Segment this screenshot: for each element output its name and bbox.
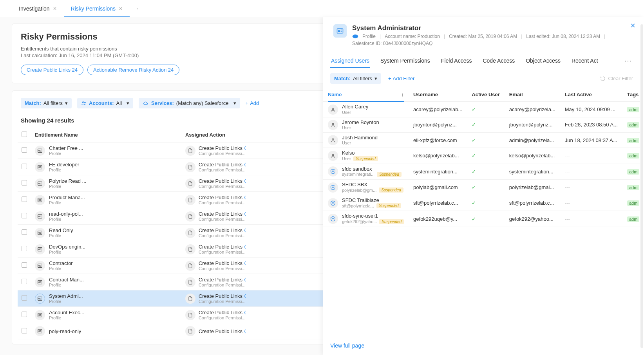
tab-code-access[interactable]: Code Access	[482, 54, 516, 68]
user-row[interactable]: Jerome BoyntonUser jboynton@polyriz...✓j…	[323, 117, 640, 132]
col-entitlement[interactable]: Entitlement Name	[31, 128, 181, 142]
row-checkbox[interactable]	[22, 147, 27, 153]
profile-icon	[333, 24, 347, 38]
user-active: ✓	[467, 164, 505, 179]
svg-point-37	[245, 212, 246, 216]
user-icon	[328, 120, 338, 130]
entitlement-name: read-only-pol...	[49, 211, 83, 217]
user-email: sft@polyrrizelab.c...	[505, 195, 560, 211]
info-icon[interactable]	[244, 261, 246, 266]
tab-risky-permissions[interactable]: Risky Permissions ✕	[64, 0, 130, 17]
panel-filter-match[interactable]: Match: All filters ▾	[330, 73, 381, 84]
user-tag: adm	[622, 195, 640, 211]
info-icon[interactable]	[244, 310, 246, 315]
entitlement-icon	[35, 228, 45, 238]
row-checkbox[interactable]	[22, 180, 27, 186]
col-active[interactable]: Active User	[467, 88, 505, 102]
action-name: Create Public Links	[199, 178, 246, 184]
add-filter-button[interactable]: + Add	[246, 100, 259, 106]
entitlement-name: Polyrize Read ...	[49, 178, 86, 184]
filter-services[interactable]: Services: (Match any) Salesforce ▾	[139, 98, 240, 108]
user-row[interactable]: SFDC SBXpolyrizelab@gm... Suspendedpolyl…	[323, 179, 640, 195]
row-checkbox[interactable]	[22, 262, 27, 268]
chip-actionable-remove[interactable]: Actionable Remove Risky Action 24	[87, 65, 179, 75]
chevron-down-icon: ▾	[127, 100, 129, 106]
row-checkbox[interactable]	[22, 164, 27, 169]
row-checkbox[interactable]	[22, 328, 27, 333]
tab-recent-activity[interactable]: Recent Act	[571, 54, 599, 68]
col-tags[interactable]: Tags	[622, 88, 640, 102]
tab-overflow-button[interactable]: ⋯	[623, 52, 633, 69]
info-icon[interactable]	[244, 162, 246, 167]
tab-investigation[interactable]: Investigation ✕	[12, 0, 64, 17]
user-name: Allen Carey	[342, 104, 368, 110]
admin-tag: adm	[627, 200, 639, 206]
info-icon[interactable]	[244, 146, 246, 151]
user-icon	[328, 135, 338, 145]
svg-point-94	[332, 108, 334, 110]
svg-point-48	[39, 249, 40, 250]
close-panel-button[interactable]: ✕	[630, 22, 635, 29]
info-icon[interactable]	[244, 244, 246, 249]
info-icon[interactable]	[244, 329, 246, 334]
col-username[interactable]: Username	[409, 88, 467, 102]
close-icon[interactable]: ✕	[119, 6, 123, 11]
user-last: May 10, 2024 09:09 ...	[560, 102, 622, 117]
tab-field-access[interactable]: Field Access	[440, 54, 473, 68]
row-checkbox[interactable]	[22, 229, 27, 235]
info-icon[interactable]	[244, 178, 246, 184]
info-icon[interactable]	[244, 195, 246, 200]
row-checkbox[interactable]	[22, 295, 27, 301]
action-name: Create Public Links	[199, 277, 246, 283]
col-email[interactable]: Email	[505, 88, 560, 102]
user-row[interactable]: sfdc-sync-user1gefok292@yaho... Suspende…	[323, 211, 640, 227]
suspended-badge: Suspended	[379, 219, 404, 224]
info-icon[interactable]	[244, 211, 246, 216]
row-checkbox[interactable]	[22, 312, 27, 317]
user-username: eli-xpfz@force.com	[409, 132, 467, 148]
user-active: ✓	[467, 132, 505, 148]
user-row[interactable]: Allen CareyUser acarey@polyrizelab...✓ac…	[323, 102, 640, 117]
admin-tag: adm	[627, 216, 639, 222]
panel-edited: Last edited: Jun 08, 2024 12:23 AM	[526, 34, 600, 39]
filter-label: Services:	[151, 100, 174, 106]
user-username: gefok292uqeb@y...	[409, 211, 467, 227]
panel-add-filter[interactable]: + Add Filter	[388, 76, 414, 81]
info-icon[interactable]	[244, 228, 246, 233]
tab-object-access[interactable]: Object Access	[525, 54, 561, 68]
checkbox-icon[interactable]	[22, 132, 27, 137]
col-last-active[interactable]: Last Active	[560, 88, 622, 102]
info-icon[interactable]	[244, 294, 246, 299]
col-checkbox[interactable]	[18, 128, 31, 142]
view-full-page-link[interactable]: View full page	[330, 342, 364, 349]
user-row[interactable]: SFDC Trailblazesft@polyrrizela... Suspen…	[323, 195, 640, 211]
filter-accounts[interactable]: Accounts: All ▾	[77, 98, 133, 108]
action-sub: Configuration Permissi...	[199, 168, 246, 172]
entitlement-icon	[35, 326, 45, 336]
filter-match[interactable]: Match: All filters ▾	[21, 98, 72, 108]
svg-point-13	[39, 166, 40, 168]
tab-system-permissions[interactable]: System Permissions	[380, 54, 431, 68]
user-row[interactable]: KelsoUser Suspendedkelso@polyrizelab...✓…	[323, 148, 640, 164]
user-row[interactable]: sfdc sandboxsystemintegrati... Suspended…	[323, 164, 640, 179]
user-tag: adm	[622, 211, 640, 227]
info-icon[interactable]	[244, 277, 246, 282]
close-icon[interactable]: ✕	[53, 6, 57, 11]
tab-assigned-users[interactable]: Assigned Users	[330, 54, 370, 68]
chip-create-public-links[interactable]: Create Public Links 24	[21, 65, 83, 75]
row-checkbox[interactable]	[22, 279, 27, 284]
admin-tag: adm	[627, 107, 639, 112]
user-row[interactable]: Josh HammondUser eli-xpfz@force.com✓admi…	[323, 132, 640, 148]
panel-clear-filter[interactable]: Clear Filter	[600, 76, 633, 81]
row-checkbox[interactable]	[22, 246, 27, 251]
scrollbar[interactable]	[640, 24, 643, 348]
svg-point-99	[333, 187, 334, 188]
action-name: Create Public Links	[199, 211, 246, 217]
row-checkbox[interactable]	[22, 213, 27, 218]
add-tab-button[interactable]	[130, 0, 145, 17]
svg-point-58	[245, 261, 246, 265]
check-icon: ✓	[472, 216, 476, 222]
col-name[interactable]: Name ↑	[323, 88, 409, 102]
row-checkbox[interactable]	[22, 196, 27, 202]
admin-tag: adm	[627, 122, 639, 128]
